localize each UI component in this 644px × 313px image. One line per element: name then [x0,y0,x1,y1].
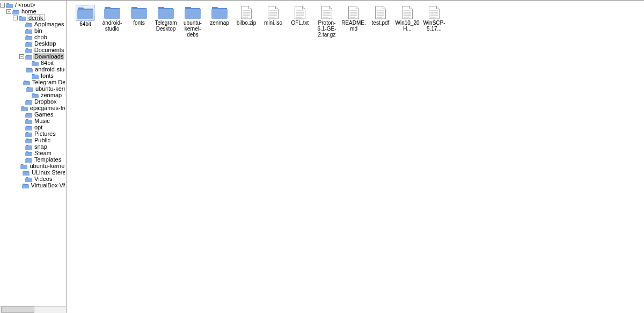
tree-item-label: Downloads [33,53,64,60]
tree-item-label: home [20,8,38,14]
file-item[interactable]: test.pdf [367,5,394,38]
tree-item[interactable]: snap [0,143,66,150]
folder-icon [25,144,32,150]
tree-spacer-icon [19,144,24,149]
folder-icon [25,54,32,60]
item-label: README.md [340,20,367,32]
tree-spacer-icon [19,48,24,53]
tree-item[interactable]: −derrik [0,14,66,21]
folder-item[interactable]: android-studio [99,5,126,38]
tree-item[interactable]: 64bit [0,60,66,66]
folder-icon [25,21,32,27]
collapse-icon[interactable]: − [13,16,18,20]
tree-item[interactable]: ubuntu-kernel-de [0,163,66,169]
tree-item-label: derrik [27,14,45,21]
folder-item[interactable]: fonts [126,5,152,38]
item-label: Win10_20H... [394,20,421,32]
item-label: Telegram Desktop [152,20,179,32]
item-label: bilbo.zip [236,20,257,26]
file-item[interactable]: OFL.txt [287,5,313,38]
file-item[interactable]: Proton-6.1-GE-2.tar.gz [313,5,340,38]
tree-item[interactable]: Templates [0,156,66,163]
item-grid[interactable]: 64bitandroid-studiofontsTelegram Desktop… [72,4,639,43]
tree-item[interactable]: ubuntu-kernel [0,85,66,92]
collapse-icon[interactable]: − [0,3,5,8]
tree-item-label: ULinux Stereo [31,169,65,176]
folder-item[interactable]: 64bit [72,5,99,38]
tree-item[interactable]: Steam [0,150,66,156]
folder-icon [25,99,32,105]
tree-item[interactable]: ULinux Stereo [0,169,66,176]
tree-spacer-icon [19,138,24,143]
tree-item[interactable]: Desktop [0,40,66,47]
tree-item[interactable]: Documents [0,47,66,53]
tree-item-label: ubuntu-kernel [34,85,65,92]
tree-item-label: snap [33,143,48,150]
folder-item[interactable]: ubuntu-kernel-debs [179,5,206,38]
file-item[interactable]: Win10_20H... [394,5,421,38]
folder-icon [25,47,32,53]
item-label: fonts [133,20,145,26]
tree-item-label: Games [33,111,54,118]
item-label: ubuntu-kernel-debs [179,20,206,38]
tree-item[interactable]: Music [0,118,66,124]
folder-item[interactable]: zenmap [206,5,233,38]
tree-spacer-icon [20,67,25,72]
folder-item[interactable]: Telegram Desktop [152,5,179,38]
file-icon [318,5,336,20]
file-item[interactable]: WinSCP-5.17... [421,5,448,38]
tree-item[interactable]: android-studio [0,66,66,72]
tree-item[interactable]: zenmap [0,92,66,98]
tree-item[interactable]: VirtualBox VMs [0,182,66,188]
tree-item[interactable]: epicgames-freeb [0,105,66,111]
folder-icon [32,73,39,79]
tree-item[interactable]: Pictures [0,130,66,137]
item-label: WinSCP-5.17... [421,20,448,32]
tree-item[interactable]: Dropbox [0,98,66,105]
tree-item[interactable]: bin [0,27,66,34]
item-label: zenmap [209,20,230,26]
folder-tree[interactable]: −/ <root>−home−derrikAppImagesbinchobDes… [0,1,66,188]
tree-item[interactable]: Videos [0,176,66,182]
tree-item[interactable]: Games [0,111,66,118]
folder-icon [25,112,32,118]
collapse-icon[interactable]: − [19,54,24,59]
tree-item[interactable]: Public [0,137,66,143]
item-label: android-studio [99,20,126,32]
folder-icon [12,9,19,14]
tree-item-label: zenmap [40,92,63,98]
folder-icon [25,137,32,143]
file-item[interactable]: mini.iso [260,5,287,38]
folder-icon [130,5,148,20]
scrollbar-thumb[interactable] [1,307,34,313]
tree-item-label: Desktop [33,40,57,47]
file-icon [398,5,416,20]
tree-item[interactable]: fonts [0,72,66,79]
file-item[interactable]: bilbo.zip [233,5,260,38]
tree-spacer-icon [19,35,24,40]
tree-item-label: Music [33,118,51,124]
tree-item[interactable]: opt [0,124,66,130]
tree-spacer-icon [15,106,20,111]
tree-item[interactable]: −/ <root> [0,2,66,8]
tree-item-label: Public [33,137,52,143]
tree-item[interactable]: AppImages [0,21,66,27]
folder-icon [22,183,29,188]
sidebar-horizontal-scrollbar[interactable] [0,306,66,313]
tree-item-label: bin [33,27,43,34]
collapse-icon[interactable]: − [6,9,11,14]
tree-item[interactable]: chob [0,34,66,40]
tree-spacer-icon [19,132,24,136]
folder-icon [21,105,28,111]
folder-icon [23,79,30,85]
tree-item-label: 64bit [40,60,55,66]
file-item[interactable]: README.md [340,5,367,38]
folder-icon [25,41,32,47]
tree-item[interactable]: −Downloads [0,53,66,60]
tree-spacer-icon [19,157,24,162]
folder-icon [20,163,27,169]
folder-icon [25,131,32,137]
tree-item[interactable]: Telegram Desktop [0,79,66,85]
tree-item-label: opt [33,124,43,130]
tree-item[interactable]: −home [0,8,66,14]
